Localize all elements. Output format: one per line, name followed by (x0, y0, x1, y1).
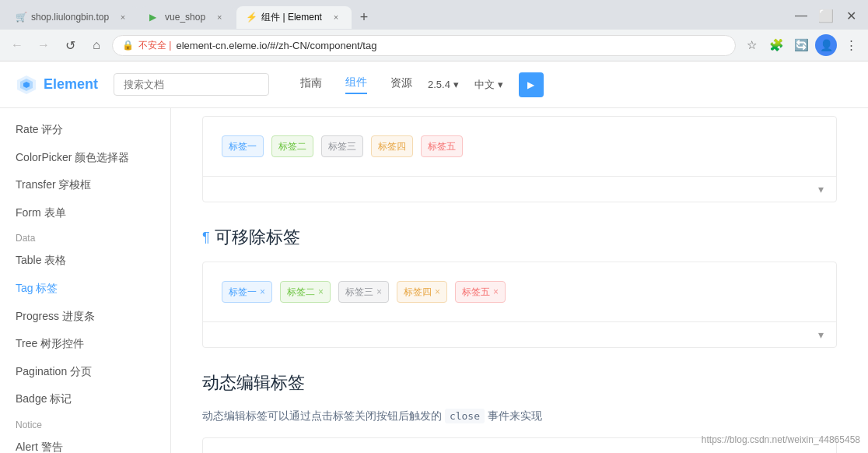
search-input[interactable] (114, 73, 269, 96)
close-tag-info-icon[interactable]: × (376, 286, 382, 297)
expand-code-removable-button[interactable]: ▾ (818, 328, 824, 341)
logo-text: Element (44, 76, 98, 93)
language-selector[interactable]: 中文 ▾ (474, 78, 503, 92)
nav-component[interactable]: 组件 (345, 76, 367, 94)
browser-chrome: 🛒 shop.liulongbin.top × ▶ vue_shop × ⚡ 组… (0, 0, 868, 61)
dynamic-tags-demo: 标签一 × 标签二 × 标签三 × + New Tag (202, 437, 837, 453)
version-chevron-icon: ▾ (453, 79, 459, 90)
sidebar-item-tree[interactable]: Tree 树形控件 (0, 330, 170, 358)
sidebar-section-data: Data (0, 226, 170, 247)
tab-1[interactable]: 🛒 shop.liulongbin.top × (6, 6, 138, 28)
address-bar-row: ← → ↺ ⌂ 🔒 不安全 | element-cn.eleme.io/#/zh… (0, 30, 868, 61)
tab-2-label: vue_shop (165, 12, 205, 23)
back-button[interactable]: ← (6, 34, 28, 56)
lang-label: 中文 (474, 78, 495, 92)
close-tag-danger-icon[interactable]: × (493, 286, 499, 297)
profile-button[interactable]: 👤 (815, 34, 837, 56)
tab-3-label: 组件 | Element (261, 11, 322, 24)
dynamic-title-text: 动态编辑标签 (202, 371, 305, 395)
version-label: 2.5.4 (428, 79, 450, 90)
site-header: Element 指南 组件 资源 2.5.4 ▾ 中文 ▾ ▶ (0, 61, 868, 108)
security-icon: 🔒 (122, 40, 134, 51)
tab-3-close[interactable]: × (330, 11, 342, 23)
close-tag-default-icon[interactable]: × (260, 286, 265, 297)
tab-1-label: shop.liulongbin.top (31, 12, 109, 23)
removable-title-text: 可移除标签 (215, 226, 300, 249)
sidebar-item-badge[interactable]: Badge 标记 (0, 385, 170, 413)
sidebar-item-table[interactable]: Table 表格 (0, 247, 170, 275)
minimize-button[interactable]: — (790, 5, 812, 26)
colored-tag-warning: 标签四 (371, 135, 413, 157)
close-event-code: close (445, 409, 485, 423)
home-button[interactable]: ⌂ (86, 34, 107, 56)
address-bar-actions: ☆ 🧩 🔄 👤 ⋮ (740, 34, 862, 56)
close-tag-warning-icon[interactable]: × (435, 286, 440, 297)
tab-2-favicon: ▶ (149, 12, 160, 23)
colored-tag-default: 标签一 (222, 135, 264, 157)
tab-3[interactable]: ⚡ 组件 | Element × (236, 6, 352, 29)
menu-button[interactable]: ⋮ (840, 34, 862, 56)
extension-button[interactable]: 🧩 (765, 34, 787, 56)
expand-code-button[interactable]: ▾ (818, 183, 824, 195)
bookmark-button[interactable]: ☆ (740, 34, 762, 56)
removable-tag-success: 标签二 × (280, 281, 331, 303)
removable-tag-info: 标签三 × (338, 281, 389, 303)
address-prefix: 不安全 | (138, 39, 171, 52)
sidebar-item-pagination[interactable]: Pagination 分页 (0, 358, 170, 386)
sidebar-item-transfer[interactable]: Transfer 穿梭框 (0, 171, 170, 199)
tab-1-close[interactable]: × (117, 11, 129, 23)
removable-tag-danger: 标签五 × (455, 281, 506, 303)
removable-tags-content: 标签一 × 标签二 × 标签三 × 标签四 × 标签五 × (203, 262, 836, 321)
lang-chevron-icon: ▾ (498, 79, 503, 90)
removable-tag-default: 标签一 × (222, 281, 272, 303)
forward-button[interactable]: → (33, 34, 54, 56)
sidebar-item-colorpicker[interactable]: ColorPicker 颜色选择器 (0, 144, 170, 172)
sidebar-item-tag[interactable]: Tag 标签 (0, 275, 170, 303)
tab-3-favicon: ⚡ (246, 12, 257, 23)
refresh-button[interactable]: ↺ (59, 34, 81, 56)
address-text: element-cn.eleme.io/#/zh-CN/component/ta… (176, 40, 376, 51)
sidebar-item-progress[interactable]: Progress 进度条 (0, 303, 170, 331)
nav-guide[interactable]: 指南 (300, 76, 322, 93)
tab-1-favicon: 🛒 (16, 12, 26, 23)
header-nav: 指南 组件 资源 (300, 76, 412, 94)
nav-resource[interactable]: 资源 (390, 76, 412, 93)
sidebar: Rate 评分 ColorPicker 颜色选择器 Transfer 穿梭框 F… (0, 108, 171, 453)
address-bar[interactable]: 🔒 不安全 | element-cn.eleme.io/#/zh-CN/comp… (112, 35, 736, 56)
new-tab-button[interactable]: + (353, 6, 375, 28)
removable-tag-warning: 标签四 × (397, 281, 447, 303)
close-window-button[interactable]: ✕ (840, 5, 862, 26)
pilcrow-icon: ¶ (202, 230, 210, 246)
github-button[interactable]: ▶ (519, 72, 544, 97)
dynamic-section-title: 动态编辑标签 (202, 371, 837, 395)
removable-tags-actions: ▾ (203, 321, 836, 347)
colored-tag-success: 标签二 (271, 135, 313, 157)
colored-tag-info: 标签三 (321, 135, 363, 157)
sidebar-item-form[interactable]: Form 表单 (0, 199, 170, 227)
removable-tags-demo: 标签一 × 标签二 × 标签三 × 标签四 × 标签五 × (202, 262, 837, 348)
dynamic-tags-content: 标签一 × 标签二 × 标签三 × + New Tag (203, 438, 836, 453)
tab-2-close[interactable]: × (213, 11, 226, 23)
tab-2[interactable]: ▶ vue_shop × (140, 6, 235, 28)
close-tag-success-icon[interactable]: × (318, 286, 324, 297)
tab-bar: 🛒 shop.liulongbin.top × ▶ vue_shop × ⚡ 组… (0, 0, 868, 30)
page-layout: Rate 评分 ColorPicker 颜色选择器 Transfer 穿梭框 F… (0, 108, 868, 453)
colored-tags-actions: ▾ (203, 176, 836, 202)
logo-area: Element (16, 74, 98, 96)
dynamic-section-description: 动态编辑标签可以通过点击标签关闭按钮后触发的 close 事件来实现 (202, 407, 837, 425)
version-selector[interactable]: 2.5.4 ▾ (428, 79, 459, 90)
element-logo-icon (16, 74, 37, 96)
sidebar-item-rate[interactable]: Rate 评分 (0, 116, 170, 144)
sync-button[interactable]: 🔄 (790, 34, 812, 56)
removable-section-title: ¶ 可移除标签 (202, 226, 837, 249)
colored-tags-content: 标签一 标签二 标签三 标签四 标签五 (203, 117, 836, 176)
colored-tags-demo: 标签一 标签二 标签三 标签四 标签五 ▾ (202, 116, 837, 202)
sidebar-item-alert[interactable]: Alert 警告 (0, 434, 170, 453)
sidebar-section-notice: Notice (0, 413, 170, 434)
colored-tag-danger: 标签五 (421, 135, 463, 157)
maximize-button[interactable]: ⬜ (815, 5, 837, 26)
main-content: 标签一 标签二 标签三 标签四 标签五 ▾ ¶ (171, 108, 868, 453)
